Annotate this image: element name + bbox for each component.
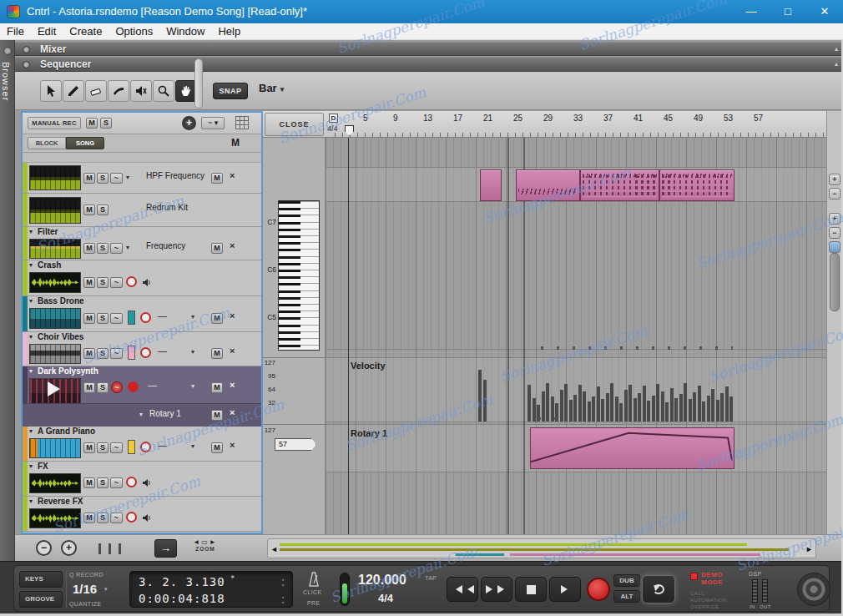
note-clip[interactable] [580, 169, 659, 201]
lane-zoom-out-button[interactable]: − [829, 227, 840, 239]
rotary-automation-clip[interactable] [530, 427, 734, 469]
chevron-down-icon[interactable]: ▾ [126, 244, 129, 251]
add-track-button[interactable]: + [182, 116, 196, 130]
monitor-speaker-icon[interactable] [142, 278, 153, 287]
velocity-bars-intro[interactable] [478, 370, 487, 422]
device-thumbnail[interactable] [29, 272, 81, 293]
record-arm-button[interactable] [140, 347, 151, 358]
menu-edit[interactable]: Edit [31, 23, 63, 39]
device-thumbnail[interactable] [29, 344, 81, 364]
track-row-hpf[interactable]: ▾ M S ~ ▾ HPF Frequency M × [23, 163, 261, 194]
collapse-icon[interactable]: ▾ [29, 462, 33, 470]
scrollbar-thumb[interactable] [830, 253, 840, 311]
alt-button[interactable]: ALT [613, 590, 640, 603]
device-thumbnail[interactable] [29, 197, 81, 224]
pattern-select-value[interactable]: — [158, 346, 167, 356]
track-row-crash[interactable]: ▾ Crash M S ~ [23, 260, 261, 296]
velocity-bars-main[interactable] [528, 380, 733, 422]
record-arm-button[interactable] [126, 276, 137, 287]
chevron-down-icon[interactable]: ▾ [126, 174, 129, 181]
track-name[interactable]: FX [38, 462, 48, 471]
record-arm-button[interactable] [126, 477, 137, 487]
automation-sublane-rotary[interactable]: ▾ Rotary 1 M × [23, 403, 261, 427]
note-clip[interactable] [516, 169, 580, 201]
track-mute-button[interactable]: M [83, 382, 95, 393]
keys-button[interactable]: KEYS [19, 571, 63, 588]
track-row-reverse-fx[interactable]: ▾ Reverse FX M S ~ [23, 497, 261, 532]
track-mute-button[interactable]: M [83, 313, 95, 324]
monitor-speaker-icon[interactable] [142, 478, 153, 487]
track-solo-button[interactable]: S [97, 382, 109, 393]
chevron-down-icon[interactable]: ▾ [191, 348, 194, 356]
mute-tool-button[interactable] [130, 80, 152, 102]
lane-mute-button[interactable]: M [211, 442, 223, 453]
global-mute-button[interactable]: M [86, 118, 98, 129]
automation-icon[interactable]: ~ [110, 313, 123, 324]
track-solo-button[interactable]: S [97, 512, 109, 523]
track-mute-button[interactable]: M [83, 477, 95, 488]
track-row-bass-drone[interactable]: ▾ Bass Drone M S ~ — ▾ M × [23, 296, 261, 332]
lane-close-icon[interactable]: × [230, 170, 235, 180]
track-solo-button[interactable]: S [97, 277, 109, 288]
timeline-ruler[interactable]: CLOSE 59131721252933374145495357 D 4/4 [263, 111, 826, 138]
browser-fold-button[interactable] [3, 47, 12, 55]
pattern-select-value[interactable]: — [158, 311, 167, 321]
note-clip[interactable] [480, 169, 502, 201]
loop-button[interactable] [642, 575, 675, 603]
quantize-value-dropdown[interactable]: 1/16 [73, 582, 97, 596]
rewind-button[interactable] [447, 577, 478, 602]
chevron-down-icon[interactable]: ▾ [191, 313, 194, 321]
monitor-speaker-icon[interactable] [142, 513, 153, 523]
metronome-icon[interactable] [308, 572, 320, 587]
pencil-tool-button[interactable] [63, 80, 84, 102]
lane-mute-button[interactable]: M [211, 173, 223, 184]
mixer-collapse-icon[interactable]: ▴ [835, 45, 838, 53]
lane-close-icon[interactable]: × [230, 380, 235, 390]
automation-icon[interactable]: ~ [110, 277, 123, 288]
play-button[interactable] [549, 577, 581, 602]
song-position-time[interactable]: 0:00:04:818 [139, 592, 225, 605]
scroll-right-icon[interactable]: ► [805, 545, 813, 553]
track-name[interactable]: Reverse FX [38, 497, 83, 506]
track-mute-button[interactable]: M [83, 243, 95, 254]
pre-label[interactable]: PRE [307, 600, 321, 606]
sequencer-panel-bar[interactable]: Sequencer ▴ [15, 57, 843, 72]
chevron-down-icon[interactable]: ▾ [191, 382, 194, 390]
track-row-filter[interactable]: ▾ Filter M S ~ ▾ Frequency M × [23, 227, 261, 260]
tap-label[interactable]: TAP [425, 575, 437, 581]
zoom-right-icon[interactable]: ► [209, 538, 218, 546]
collapse-icon[interactable]: ▾ [29, 228, 33, 235]
track-mute-button[interactable]: M [83, 348, 95, 359]
track-solo-button[interactable]: S [97, 348, 109, 359]
q-record-label[interactable]: Q RECORD [69, 572, 103, 578]
snap-value-dropdown[interactable]: Bar▾ [259, 82, 284, 94]
time-stepper-down[interactable]: ▾ [279, 600, 287, 605]
record-button[interactable] [587, 578, 610, 601]
lane-mute-button[interactable]: M [211, 410, 223, 421]
eraser-tool-button[interactable] [85, 80, 107, 102]
device-thumbnail[interactable] [29, 473, 81, 493]
device-thumbnail[interactable] [29, 508, 81, 528]
follow-song-button[interactable]: → [154, 539, 177, 558]
lane-close-icon[interactable]: × [230, 240, 235, 250]
zoom-handle-icon[interactable]: ▭ [201, 538, 209, 546]
rotary-value-tag[interactable]: 57 [275, 438, 316, 451]
mixer-panel-bar[interactable]: Mixer ▴ [15, 42, 843, 56]
automation-icon[interactable]: ~ [110, 348, 123, 359]
time-signature-value[interactable]: 4/4 [378, 592, 393, 604]
track-row-redrum[interactable]: ▾ M S Redrum Kit [23, 194, 261, 227]
pattern-select-value[interactable]: — [148, 380, 157, 390]
lane-close-icon[interactable]: × [230, 440, 235, 450]
zoom-slider-handle[interactable] [119, 543, 121, 554]
track-mute-button[interactable]: M [83, 204, 95, 215]
track-name[interactable]: Bass Drone [38, 296, 84, 305]
song-tab[interactable]: SONG [66, 137, 104, 149]
maximize-button[interactable]: □ [770, 0, 806, 23]
record-arm-button[interactable] [140, 442, 151, 452]
zoom-slider-handle[interactable] [109, 543, 111, 554]
scroll-left-icon[interactable]: ◄ [270, 545, 278, 553]
track-name[interactable]: Crash [38, 260, 61, 270]
zoom-widget[interactable]: ◄▭► ZOOM [184, 538, 227, 552]
menu-options[interactable]: Options [109, 23, 159, 39]
zoom-in-button[interactable]: + [829, 174, 840, 185]
